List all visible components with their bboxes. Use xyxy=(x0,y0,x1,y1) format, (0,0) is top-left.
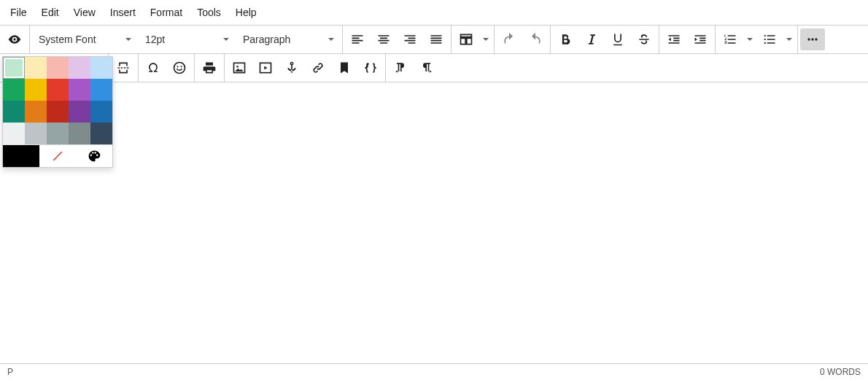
ellipsis-icon xyxy=(805,32,820,47)
font-family-label: System Font xyxy=(39,34,96,45)
color-swatches xyxy=(3,57,112,144)
font-family-select[interactable]: System Font xyxy=(31,28,138,50)
numbered-list-chevron[interactable] xyxy=(743,28,756,50)
toolbar-row-1: System Font 12pt Paragraph xyxy=(0,25,868,54)
custom-color-button[interactable] xyxy=(76,145,112,167)
svg-line-9 xyxy=(53,152,62,160)
outdent-icon xyxy=(667,32,681,47)
more-button[interactable] xyxy=(800,28,825,50)
menu-help[interactable]: Help xyxy=(228,4,264,21)
numbered-list-button[interactable] xyxy=(718,28,743,50)
chevron-down-icon xyxy=(125,36,132,43)
color-swatch[interactable] xyxy=(3,57,25,79)
menu-tools[interactable]: Tools xyxy=(190,4,228,21)
color-swatch[interactable] xyxy=(25,123,47,144)
preview-button[interactable] xyxy=(2,28,27,50)
align-center-icon xyxy=(376,32,391,47)
menu-edit[interactable]: Edit xyxy=(34,4,66,21)
color-swatch[interactable] xyxy=(69,79,90,101)
color-swatch[interactable] xyxy=(25,101,47,123)
color-black[interactable] xyxy=(3,145,39,167)
chevron-down-icon xyxy=(222,36,230,43)
color-swatch[interactable] xyxy=(69,57,90,79)
eye-icon xyxy=(7,32,22,47)
menu-file[interactable]: File xyxy=(3,4,34,21)
bullet-list-icon xyxy=(762,32,777,47)
indent-icon xyxy=(693,32,708,47)
redo-button[interactable] xyxy=(523,28,548,50)
block-format-select[interactable]: Paragraph xyxy=(236,28,341,50)
align-center-button[interactable] xyxy=(371,28,396,50)
redo-icon xyxy=(528,32,543,47)
align-right-button[interactable] xyxy=(398,28,422,50)
undo-icon xyxy=(502,32,516,47)
indent-button[interactable] xyxy=(688,28,713,50)
underline-button[interactable] xyxy=(605,28,630,50)
chevron-down-icon xyxy=(482,36,489,43)
color-swatch[interactable] xyxy=(25,79,47,101)
color-swatch[interactable] xyxy=(47,101,69,123)
no-color-icon xyxy=(50,149,65,163)
color-swatch[interactable] xyxy=(90,101,112,123)
color-swatch[interactable] xyxy=(3,123,25,144)
menu-insert[interactable]: Insert xyxy=(103,4,143,21)
menubar: File Edit View Insert Format Tools Help xyxy=(0,0,868,25)
bold-button[interactable] xyxy=(553,28,578,50)
text-color-popup xyxy=(2,56,113,168)
undo-button[interactable] xyxy=(497,28,522,50)
outdent-button[interactable] xyxy=(662,28,686,50)
editor-canvas[interactable] xyxy=(0,56,868,364)
remove-color-button[interactable] xyxy=(39,145,76,167)
underline-icon xyxy=(611,32,625,47)
font-size-label: 12pt xyxy=(145,34,165,45)
table-icon xyxy=(459,32,473,47)
font-size-select[interactable]: 12pt xyxy=(138,28,236,50)
color-swatch[interactable] xyxy=(69,123,90,144)
color-swatch[interactable] xyxy=(90,79,112,101)
color-swatch[interactable] xyxy=(25,57,47,79)
strikethrough-button[interactable] xyxy=(632,28,656,50)
bullet-list-chevron[interactable] xyxy=(783,28,796,50)
align-justify-icon xyxy=(429,32,443,47)
align-justify-button[interactable] xyxy=(424,28,449,50)
align-left-icon xyxy=(350,32,365,47)
color-swatch[interactable] xyxy=(90,123,112,144)
color-swatch[interactable] xyxy=(3,79,25,101)
color-swatch[interactable] xyxy=(47,79,69,101)
numbered-list-icon xyxy=(723,32,737,47)
bold-icon xyxy=(558,32,573,47)
svg-point-1 xyxy=(811,38,813,40)
menu-view[interactable]: View xyxy=(66,4,103,21)
color-swatch[interactable] xyxy=(47,57,69,79)
align-left-button[interactable] xyxy=(345,28,370,50)
element-path[interactable]: P xyxy=(7,367,13,377)
strikethrough-icon xyxy=(637,32,651,47)
menu-format[interactable]: Format xyxy=(143,4,190,21)
bullet-list-button[interactable] xyxy=(757,28,782,50)
color-swatch[interactable] xyxy=(47,123,69,144)
block-format-label: Paragraph xyxy=(243,34,290,45)
align-right-icon xyxy=(403,32,417,47)
svg-point-2 xyxy=(815,38,817,40)
table-button[interactable] xyxy=(454,28,478,50)
word-count[interactable]: 0 WORDS xyxy=(820,367,861,377)
chevron-down-icon xyxy=(328,36,335,43)
statusbar: P 0 WORDS xyxy=(0,363,868,380)
palette-icon xyxy=(87,149,101,163)
italic-button[interactable] xyxy=(579,28,604,50)
color-swatch[interactable] xyxy=(90,57,112,79)
chevron-down-icon xyxy=(746,36,753,43)
svg-point-0 xyxy=(807,38,810,40)
color-swatch[interactable] xyxy=(3,101,25,123)
chevron-down-icon xyxy=(786,36,793,43)
italic-icon xyxy=(584,32,599,47)
table-menu-chevron[interactable] xyxy=(479,28,492,50)
color-swatch[interactable] xyxy=(69,101,90,123)
